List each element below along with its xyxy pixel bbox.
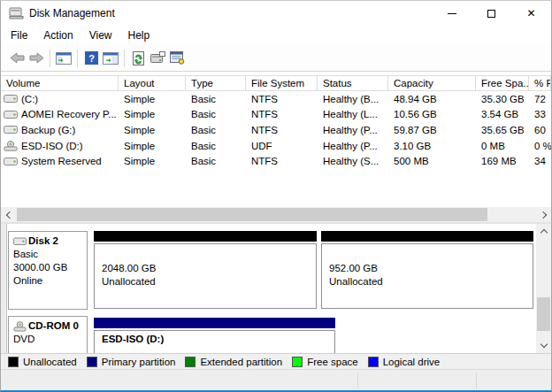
svg-text:?: ? (88, 53, 95, 64)
col-status[interactable]: Status (318, 76, 388, 90)
legend-item: Free space (292, 357, 358, 367)
disk2-status: Online (13, 274, 85, 288)
volume-type: Basic (186, 109, 246, 119)
legend-label: Free space (307, 357, 358, 367)
volume-row[interactable]: AOMEI Recovery P... Simple Basic NTFS He… (1, 107, 551, 123)
partition-status: Unallocated (102, 275, 316, 288)
volume-row[interactable]: System Reserved Simple Basic NTFS Health… (1, 153, 551, 169)
close-icon: ✕ (526, 7, 535, 19)
title-bar: Disk Management ✕ (1, 1, 551, 26)
legend-swatch-extended-partition (185, 357, 196, 367)
cd-drive-icon (4, 141, 18, 151)
status-divider (476, 373, 477, 388)
partition-size: 2048.00 GB (102, 262, 316, 275)
status-divider (357, 373, 358, 388)
volume-row[interactable]: ESD-ISO (D:) Simple Basic UDF Healthy (P… (1, 138, 551, 154)
volume-status: Healthy (P... (318, 125, 388, 135)
minimize-button[interactable] (432, 1, 472, 26)
refresh-button[interactable] (128, 48, 148, 69)
volume-fs: UDF (246, 141, 318, 151)
volume-pct-free: 72 (529, 94, 551, 104)
volume-status: Healthy (S... (318, 156, 388, 166)
volume-capacity: 48.94 GB (388, 94, 476, 104)
vertical-scrollbar[interactable] (536, 224, 551, 353)
menu-action[interactable]: Action (35, 26, 80, 45)
vertical-scrollbar-thumb[interactable] (537, 297, 550, 331)
col-capacity[interactable]: Capacity (388, 76, 476, 90)
disk2-label-panel[interactable]: Disk 2 Basic 3000.00 GB Online (8, 231, 88, 310)
volume-free: 0 MB (476, 141, 529, 151)
legend-label: Logical drive (383, 357, 441, 367)
volume-pct-free: 0 % (529, 141, 551, 151)
minimize-icon (448, 13, 456, 14)
legend-label: Unallocated (23, 357, 77, 367)
legend-item: Unallocated (8, 357, 77, 367)
window-title: Disk Management (29, 7, 115, 19)
horizontal-scrollbar[interactable] (1, 207, 551, 222)
cdrom0-name: CD-ROM 0 (28, 319, 79, 333)
volume-free: 35.65 GB (476, 125, 529, 135)
refresh-icon (132, 51, 145, 65)
menu-help[interactable]: Help (120, 26, 158, 45)
pane-gutter (1, 224, 7, 353)
volume-capacity: 3.10 GB (388, 141, 476, 151)
volume-capacity: 10.56 GB (388, 109, 476, 119)
cdrom0-kind: DVD (13, 333, 85, 346)
volume-status: Healthy (B... (318, 94, 388, 104)
col-type[interactable]: Type (186, 76, 246, 90)
cdrom0-label-panel[interactable]: CD-ROM 0 DVD (8, 316, 88, 353)
action-pane-button[interactable] (101, 48, 120, 69)
graphical-view: Disk 2 Basic 3000.00 GB Online 2048.00 G… (1, 224, 551, 353)
volume-row[interactable]: (C:) Simple Basic NTFS Healthy (B... 48.… (1, 91, 551, 107)
col-pct-free[interactable]: % F (529, 76, 551, 90)
disk2-partition-2[interactable]: 952.00 GB Unallocated (321, 231, 533, 310)
volume-name: System Reserved (21, 156, 102, 166)
rescan-disks-button[interactable] (167, 48, 187, 69)
disk-properties-button[interactable] (148, 48, 167, 69)
volume-free: 169 MB (476, 156, 529, 166)
scroll-right-button[interactable] (536, 207, 551, 222)
console-tree-button[interactable] (54, 48, 73, 69)
disk-icon (13, 237, 27, 246)
help-button[interactable]: ? (81, 48, 101, 69)
volume-fs: NTFS (246, 156, 318, 166)
back-button[interactable] (7, 48, 27, 69)
volume-capacity: 500 MB (388, 156, 476, 166)
volume-status: Healthy (L... (318, 109, 388, 119)
forward-button[interactable] (27, 48, 46, 69)
col-layout[interactable]: Layout (119, 76, 186, 90)
chevron-left-icon (5, 211, 12, 218)
drive-icon (4, 157, 18, 166)
scroll-down-button[interactable] (536, 338, 551, 353)
scroll-up-button[interactable] (536, 224, 551, 239)
volume-name: (C:) (21, 94, 38, 104)
cd-drive-icon (13, 321, 27, 332)
cdrom0-partition[interactable]: ESD-ISO (D:) (94, 318, 335, 353)
legend-item: Extended partition (185, 357, 282, 367)
menu-file[interactable]: File (3, 26, 35, 45)
scroll-left-button[interactable] (1, 207, 16, 222)
volume-row[interactable]: Backup (G:) Simple Basic NTFS Healthy (P… (1, 122, 551, 138)
col-free-space[interactable]: Free Spa... (476, 76, 529, 90)
toolbar-separator (77, 50, 78, 67)
close-button[interactable]: ✕ (511, 1, 551, 26)
maximize-button[interactable] (472, 1, 511, 26)
col-file-system[interactable]: File System (246, 76, 318, 90)
partition-color-bar (321, 231, 533, 242)
legend-item: Primary partition (87, 357, 176, 367)
drive-icon (4, 125, 18, 135)
volume-capacity: 59.87 GB (388, 125, 476, 135)
volume-type: Basic (186, 156, 246, 166)
app-icon (9, 7, 24, 19)
volume-type: Basic (186, 125, 246, 135)
menu-view[interactable]: View (81, 26, 120, 45)
volume-fs: NTFS (246, 94, 318, 104)
volume-layout: Simple (119, 109, 186, 119)
rescan-disks-icon (170, 51, 185, 65)
maximize-icon (487, 10, 495, 18)
legend-label: Primary partition (102, 357, 176, 367)
legend-label: Extended partition (200, 357, 282, 367)
col-volume[interactable]: Volume (1, 76, 119, 90)
horizontal-scrollbar-thumb[interactable] (17, 208, 487, 221)
disk2-partition-1[interactable]: 2048.00 GB Unallocated (94, 231, 317, 310)
